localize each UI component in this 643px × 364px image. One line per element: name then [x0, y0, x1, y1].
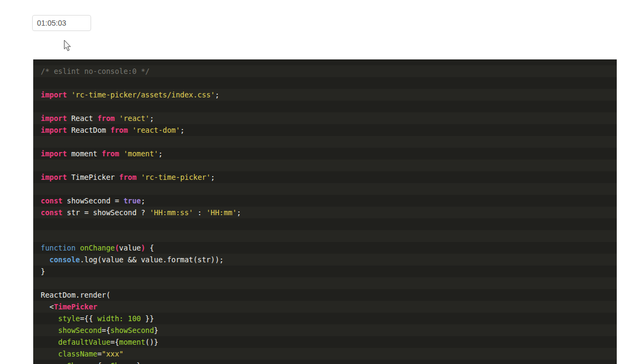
code-token-kw: ): [141, 244, 145, 252]
code-token-pln: ;: [180, 126, 184, 134]
code-token-kw: import: [41, 173, 67, 181]
code-line: console.log(value && value.format(str));: [33, 254, 617, 266]
code-token-str: 'HH:mm': [206, 208, 237, 217]
code-token-pln: {: [145, 244, 154, 252]
code-token-pln: [137, 173, 141, 181]
code-token-pln: }: [137, 361, 141, 364]
code-token-pln: str = showSecond ?: [63, 208, 150, 217]
code-token-kw: const: [41, 196, 63, 205]
code-line: const str = showSecond ? 'HH:mm:ss' : 'H…: [33, 207, 617, 218]
code-token-grn: onChange: [80, 244, 115, 252]
code-token-grn: showSecond: [58, 326, 102, 335]
code-token-pln: TimePicker: [67, 173, 119, 181]
code-token-pln: ;: [211, 173, 215, 181]
code-token-pln: }}: [141, 314, 154, 323]
code-token-pln: }: [41, 267, 45, 276]
code-token-pln: [76, 244, 80, 252]
code-token-pln: ={: [110, 338, 119, 346]
code-token-grn: moment: [119, 338, 145, 346]
code-token-com: /* eslint no-console:0 */: [41, 67, 149, 75]
code-token-kw: from: [110, 126, 128, 134]
code-line: showSecond={showSecond}: [33, 324, 617, 336]
code-token-kw: import: [41, 114, 67, 123]
code-token-pln: [41, 326, 58, 335]
code-token-pln: ={: [102, 326, 110, 335]
code-token-kw: TimePicker: [54, 302, 97, 311]
code-line: [33, 136, 617, 148]
code-token-grn: style: [58, 314, 80, 323]
code-editor: /* eslint no-console:0 */ import 'rc-tim…: [33, 59, 617, 364]
code-token-pln: ReactDom.render(: [41, 291, 110, 299]
code-token-grn: onChange: [58, 361, 93, 364]
code-line: /* eslint no-console:0 */: [33, 65, 617, 77]
code-token-pln: <: [41, 302, 54, 311]
code-token-pln: ;: [149, 114, 154, 123]
code-line: import 'rc-time-picker/assets/index.css'…: [33, 89, 617, 101]
code-token-pln: }: [154, 326, 158, 335]
code-line: }: [33, 266, 617, 277]
code-token-pln: :: [193, 208, 206, 217]
code-line: [33, 183, 617, 195]
code-token-grn: showSecond: [110, 326, 154, 335]
code-token-grn: onChange: [102, 361, 137, 364]
code-token-pln: [67, 90, 71, 99]
code-token-kw: import: [41, 90, 67, 99]
code-token-pln: moment: [67, 149, 102, 158]
code-token-grn: className: [58, 350, 98, 358]
code-token-grn: 100: [128, 314, 141, 323]
code-token-kw: from: [119, 173, 137, 181]
code-token-pln: [123, 314, 128, 323]
code-token-pln: value: [119, 244, 141, 252]
code-token-str: 'rc-time-picker': [141, 173, 211, 181]
code-line: <TimePicker: [33, 301, 617, 313]
code-token-boo: true: [123, 196, 141, 205]
code-line: import React from 'react';: [33, 112, 617, 124]
code-line: className="xxx": [33, 348, 617, 360]
code-token-blu: function: [41, 244, 76, 252]
code-token-pln: ={{: [80, 314, 98, 323]
code-token-str: "xxx": [102, 350, 124, 358]
code-line: defaultValue={moment()}: [33, 336, 617, 348]
code-token-str: 'react': [119, 114, 149, 123]
time-picker-input[interactable]: [32, 15, 91, 31]
mouse-cursor-icon: [64, 40, 72, 51]
code-line: import moment from 'moment';: [33, 148, 617, 160]
code-line: [33, 230, 617, 242]
code-line: [33, 101, 617, 112]
code-token-pln: =: [98, 350, 102, 358]
code-token-pln: [41, 255, 49, 264]
code-token-blub: console: [49, 255, 80, 264]
code-token-pln: [128, 126, 132, 134]
code-token-pln: [41, 338, 58, 346]
code-token-grn: width:: [98, 314, 124, 323]
code-token-kw: const: [41, 208, 63, 217]
code-token-pln: showSecond =: [63, 196, 124, 205]
code-line: [33, 77, 617, 89]
code-line: [33, 277, 617, 289]
code-token-str: 'react-dom': [132, 126, 180, 134]
code-token-kw: import: [41, 149, 67, 158]
code-token-pln: [41, 361, 58, 364]
code-token-kw: from: [98, 114, 115, 123]
code-line: onChange={onChange}: [33, 360, 617, 364]
code-token-pln: ;: [237, 208, 241, 217]
code-token-pln: .log(value && value.format(str));: [80, 255, 223, 264]
code-token-pln: ;: [215, 90, 219, 99]
code-line: ReactDom.render(: [33, 289, 617, 301]
code-token-str: 'HH:mm:ss': [149, 208, 193, 217]
code-token-pln: ={: [93, 361, 102, 364]
code-token-str: 'rc-time-picker/assets/index.css': [71, 90, 215, 99]
code-line: import ReactDom from 'react-dom';: [33, 124, 617, 136]
code-token-grn: defaultValue: [58, 338, 111, 346]
code-line: [33, 218, 617, 230]
code-token-str: 'moment': [123, 149, 158, 158]
code-token-pln: ReactDom: [67, 126, 110, 134]
code-token-pln: ()}: [145, 338, 158, 346]
code-token-pln: ;: [159, 149, 163, 158]
code-token-pln: React: [67, 114, 98, 123]
code-token-kw: from: [102, 149, 119, 158]
code-line: style={{ width: 100 }}: [33, 313, 617, 324]
code-line: import TimePicker from 'rc-time-picker';: [33, 171, 617, 183]
code-line: [33, 160, 617, 171]
code-token-kw: import: [41, 126, 67, 134]
